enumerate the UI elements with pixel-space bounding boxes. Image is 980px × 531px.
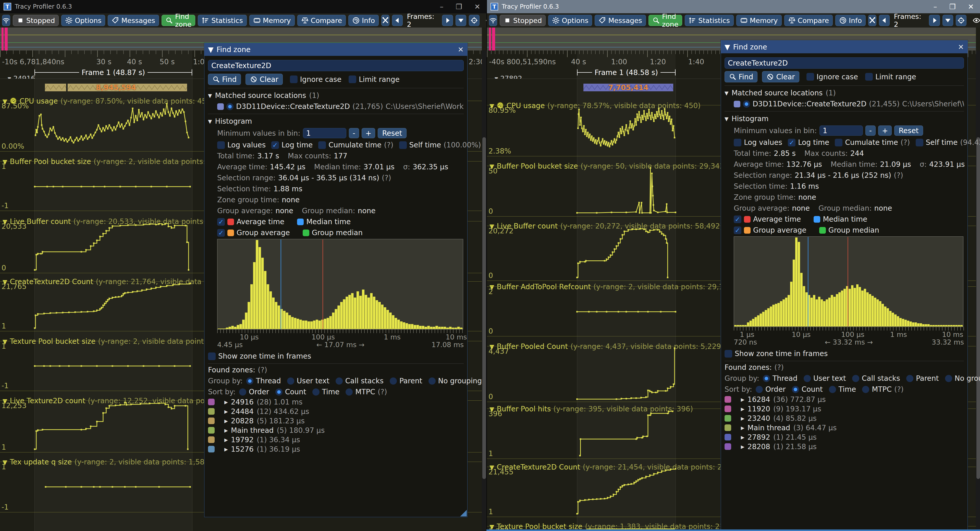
titlebar[interactable]: T Tracy Profiler 0.6.3 – ❐ ✕ [0,0,487,13]
source-location-radio[interactable] [743,100,750,108]
cumulate-time-checkbox[interactable]: ✓ [835,139,842,146]
log-time-checkbox[interactable]: ✓ [788,139,795,146]
collapse-triangle-icon[interactable]: ▼ [208,93,212,99]
expand-triangle-icon[interactable]: ▶ [224,447,228,452]
expand-triangle-icon[interactable]: ▶ [224,409,228,414]
memory-button[interactable]: Memory [736,15,782,26]
clear-button[interactable]: Clear [245,74,283,85]
sort-by-radio-order[interactable] [239,388,246,396]
plot-chart-rbp[interactable] [577,167,676,215]
dialog-titlebar[interactable]: ▼Find zone✕ [204,43,467,56]
connection-button[interactable] [489,15,497,26]
zone-group-row[interactable]: ▶19792(1) 36.34 µs [208,436,464,443]
log-values-checkbox[interactable]: ✓ [217,141,225,149]
options-button[interactable]: Options [61,15,105,26]
collapse-triangle-icon[interactable]: ▼ [724,90,729,96]
log-time-checkbox[interactable]: ✓ [271,141,279,149]
zone-search-input[interactable] [724,57,964,68]
zone-group-row[interactable]: ▶24484(12) 434.62 µs [208,408,464,415]
find-button[interactable]: Find [208,74,241,85]
stopped-button[interactable]: Stopped [13,15,59,26]
group-by-radio-user-text[interactable] [287,377,294,385]
dialog-close-icon[interactable]: ✕ [458,45,464,54]
expand-triangle-icon[interactable]: ▶ [741,406,745,412]
expand-triangle-icon[interactable]: ▶ [741,425,745,431]
plot-chart-rct[interactable] [577,468,676,516]
group-by-radio-no-grouping[interactable] [945,375,952,382]
dialog-close-icon[interactable]: ✕ [958,43,964,51]
plot-chart-llt[interactable] [35,401,190,451]
compare-button[interactable]: Compare [298,15,346,26]
histogram-plot[interactable] [734,236,963,327]
zone-group-row[interactable]: ▶Main thread(3) 64.47 µs [724,424,964,431]
options-button[interactable]: Options [548,15,592,26]
statistics-button[interactable]: Statistics [685,15,733,26]
find-button[interactable]: Find [724,71,757,82]
info-button[interactable]: Info [835,15,865,26]
prev-frame-button[interactable] [392,15,403,26]
matched-locations-header[interactable]: ▼Matched source locations(1) [724,89,964,97]
scrollbar-thumb[interactable] [482,137,486,479]
frame-select-button[interactable] [455,15,466,26]
plot-chart-ratp[interactable] [577,287,676,335]
connection-button[interactable] [2,15,10,26]
log-values-checkbox[interactable]: ✓ [734,139,741,146]
info-button[interactable]: Info [348,15,379,26]
next-frame-button[interactable] [929,15,940,26]
group-by-radio-parent[interactable] [390,377,397,385]
self-time-checkbox[interactable]: ✓ [399,141,407,149]
show-zone-time-checkbox[interactable]: ✓ [208,352,216,360]
expand-triangle-icon[interactable]: ▶ [224,399,228,405]
expand-triangle-icon[interactable]: ▶ [741,444,745,449]
decrement-button[interactable]: - [349,128,359,138]
sort-by-radio-time[interactable] [312,388,320,396]
zone-group-row[interactable]: ▶15276(1) 36.19 µs [208,445,464,453]
min-bin-input[interactable] [303,128,346,138]
frame-bracket[interactable]: Frame 1 (48.58 s) [577,68,676,76]
frame-bracket[interactable]: Frame 1 (48.87 s) [35,68,192,76]
sort-by-radio-count[interactable] [792,386,799,393]
matched-location-row[interactable]: D3D11Device::CreateTexture2D(21,455)C:\U… [734,100,964,108]
sort-by-radio-order[interactable] [756,386,763,393]
expand-triangle-icon[interactable]: ▶ [224,418,228,424]
group-by-radio-thread[interactable] [763,375,770,382]
goto-frame-button[interactable] [956,15,966,26]
zone-group-row[interactable]: ▶27892(1) 21.45 µs [724,434,964,441]
collapse-triangle-icon[interactable]: ▼ [208,118,212,124]
group-average-checkbox[interactable]: ✓ [734,227,741,234]
close-button[interactable]: ✕ [968,3,974,11]
minimize-button[interactable]: – [440,3,443,11]
reset-button[interactable]: Reset [894,125,923,136]
plot-chart-ltu[interactable] [35,463,190,511]
zone-group-row[interactable]: ▶11920(9) 193.17 µs [724,405,964,412]
memory-button[interactable]: Memory [249,15,295,26]
group-average-checkbox[interactable]: ✓ [217,229,225,237]
plot-chart-ltp[interactable] [35,342,190,390]
sort-by-radio-time[interactable] [829,386,836,393]
increment-button[interactable]: + [362,128,375,138]
reset-button[interactable]: Reset [378,128,406,138]
zone-group-row[interactable]: ▶20828(5) 181.23 µs [208,417,464,425]
min-bin-input[interactable] [819,125,863,136]
ignore-case-checkbox[interactable]: ✓ [807,73,814,81]
maximize-button[interactable]: ❐ [949,3,956,11]
minimize-button[interactable]: – [933,3,937,11]
group-by-radio-call-stacks[interactable] [336,377,343,385]
expand-triangle-icon[interactable]: ▶ [741,416,745,421]
sort-by-radio-count[interactable] [275,388,283,396]
group-by-radio-parent[interactable] [906,375,913,382]
plot-chart-lbp[interactable] [35,162,190,210]
messages-button[interactable]: Messages [108,15,159,26]
plot-chart-lct[interactable] [35,282,190,330]
tools-button[interactable] [868,15,877,26]
sort-by-radio-mtpc[interactable] [345,388,353,396]
find-zone-button[interactable]: Find zone [649,15,682,26]
zone-group-row[interactable]: ▶16284(36) 772.87 µs [724,396,964,403]
histogram-plot[interactable] [217,239,463,330]
show-zone-time-checkbox[interactable]: ✓ [724,350,732,358]
plot-chart-lcpu[interactable] [35,102,190,150]
zone-search-input[interactable] [208,60,464,71]
limit-range-checkbox[interactable]: ✓ [865,73,873,81]
group-by-radio-thread[interactable] [246,377,253,385]
histogram-header[interactable]: ▼Histogram [208,117,464,125]
